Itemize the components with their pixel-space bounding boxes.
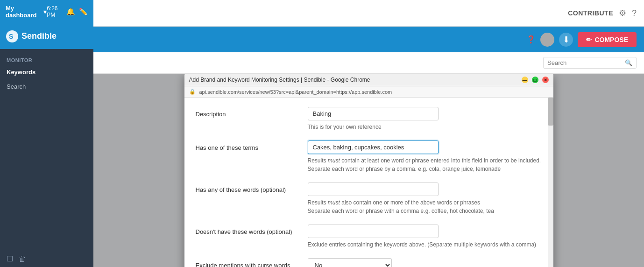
has-one-of-input[interactable] (308, 141, 439, 154)
sidebar-item-search[interactable]: Search (0, 79, 93, 94)
help-icon[interactable]: ? (632, 8, 637, 18)
close-button[interactable]: ✕ (542, 77, 549, 83)
minimize-button[interactable]: — (522, 77, 528, 83)
description-control: This is for your own reference (308, 107, 542, 131)
has-one-of-hint: Results must contain at least one word o… (308, 156, 542, 173)
avatar (540, 33, 554, 47)
sidebar: My dashboard ▾ 6:26 PM 🔔 ✏️ S Sendible M… (0, 0, 93, 267)
dashboard-label: My dashboard (6, 5, 42, 19)
dashboard-button[interactable]: My dashboard ▾ (6, 5, 47, 19)
description-input[interactable] (308, 107, 439, 120)
time-display: 6:26 PM (47, 5, 63, 18)
bell-icon[interactable]: 🔔 (66, 7, 75, 16)
description-row: Description This is for your own referen… (196, 107, 542, 131)
search-box: 🔍 (543, 57, 637, 69)
scrollbar-track[interactable] (548, 98, 553, 267)
modal-scroll-area[interactable]: Description This is for your own referen… (184, 98, 553, 267)
help-circle-icon[interactable]: ❓ (526, 35, 536, 44)
doesnt-have-label: Doesn't have these words (optional) (196, 225, 298, 235)
modal-overlay: Add Brand and Keyword Monitoring Setting… (93, 74, 644, 267)
trash-icon[interactable]: 🗑 (19, 255, 26, 263)
modal-controls: — □ ✕ (522, 77, 549, 83)
doesnt-have-control: Exclude entries containing the keywords … (308, 225, 542, 249)
has-any-of-row: Has any of these words (optional) Result… (196, 183, 542, 215)
sidebar-item-keywords[interactable]: Keywords (0, 65, 93, 79)
maximize-button[interactable]: □ (532, 77, 538, 83)
sidebar-logo: S Sendible (0, 23, 93, 49)
add-button[interactable]: ⬇ (559, 33, 573, 47)
doesnt-have-row: Doesn't have these words (optional) Excl… (196, 225, 542, 249)
modal-addressbar: 🔒 api.sendible.com/services/new/53?src=a… (184, 86, 553, 98)
search-row: 🔍 (93, 52, 644, 74)
sidebar-nav: MONITOR Keywords Search (0, 49, 93, 251)
has-one-of-row: Has one of these terms Results must cont… (196, 141, 542, 173)
has-one-of-label: Has one of these terms (196, 141, 298, 151)
exclude-curse-control: No Yes Automatically remove mentions con… (308, 258, 542, 267)
pencil-icon: ✏ (586, 36, 592, 43)
blue-toolbar: ❓ ⬇ ✏ COMPOSE (93, 27, 644, 52)
lock-icon: 🔒 (189, 89, 196, 95)
edit-icon[interactable]: ✏️ (79, 7, 88, 16)
svg-text:S: S (9, 33, 13, 40)
top-bar: CONTRIBUTE ⚙ ? (93, 0, 644, 27)
has-any-of-input[interactable] (308, 183, 439, 196)
has-any-of-hint: Results must also contain one or more of… (308, 198, 542, 215)
monitor-section-label: MONITOR (0, 53, 93, 65)
checkbox-icon[interactable]: ☐ (7, 254, 13, 263)
has-one-of-control: Results must contain at least one word o… (308, 141, 542, 173)
has-any-of-label: Has any of these words (optional) (196, 183, 298, 193)
sendible-logo-icon: S (6, 30, 19, 43)
sidebar-header: My dashboard ▾ 6:26 PM 🔔 ✏️ (0, 0, 93, 23)
url-text: api.sendible.com/services/new/53?src=api… (199, 89, 392, 95)
sidebar-icons: 6:26 PM 🔔 ✏️ (47, 5, 88, 18)
exclude-curse-row: Exclude mentions with curse wordsfrom re… (196, 258, 542, 267)
chevron-down-icon: ▾ (43, 8, 47, 15)
right-panel: CONTRIBUTE ⚙ ? ❓ ⬇ ✏ COMPOSE 🔍 Add Brand… (93, 0, 644, 267)
modal-title: Add Brand and Keyword Monitoring Setting… (189, 77, 370, 83)
description-label: Description (196, 107, 298, 118)
description-hint: This is for your own reference (308, 123, 542, 131)
search-input[interactable] (547, 59, 622, 66)
exclude-curse-select[interactable]: No Yes (308, 258, 392, 267)
main-content: Add Brand and Keyword Monitoring Setting… (93, 74, 644, 267)
sidebar-bottom-actions: ☐ 🗑 (0, 251, 93, 267)
doesnt-have-hint: Exclude entries containing the keywords … (308, 240, 542, 249)
contribute-label: CONTRIBUTE (568, 9, 613, 17)
modal-titlebar: Add Brand and Keyword Monitoring Setting… (184, 74, 553, 86)
scrollbar-thumb[interactable] (548, 98, 553, 126)
has-any-of-control: Results must also contain one or more of… (308, 183, 542, 215)
modal-window: Add Brand and Keyword Monitoring Setting… (184, 74, 553, 267)
doesnt-have-input[interactable] (308, 225, 439, 238)
sendible-logo-text: Sendible (21, 31, 57, 41)
exclude-curse-label: Exclude mentions with curse wordsfrom re… (196, 258, 298, 267)
gear-icon[interactable]: ⚙ (619, 8, 626, 18)
search-icon: 🔍 (625, 59, 632, 66)
compose-button[interactable]: ✏ COMPOSE (578, 32, 637, 47)
